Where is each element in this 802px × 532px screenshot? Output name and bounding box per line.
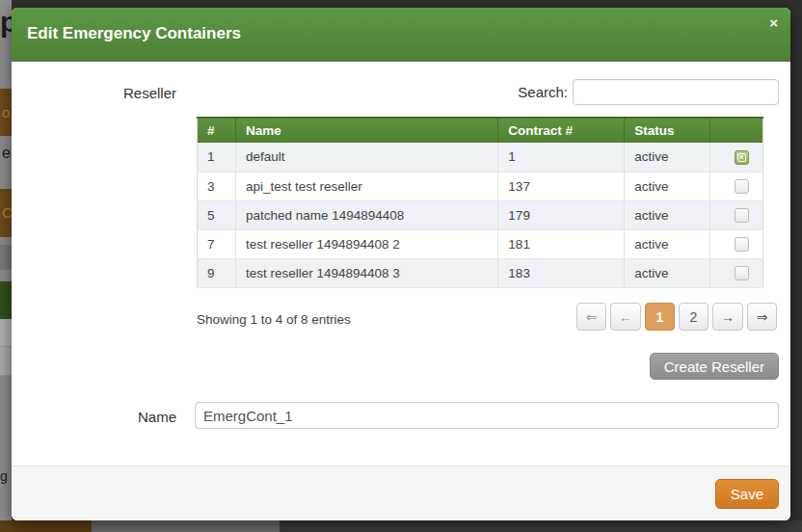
background-row-fragment — [0, 347, 12, 376]
table-cell-id: 1 — [198, 143, 236, 172]
row-checkbox-checked[interactable]: × — [735, 150, 749, 165]
row-checkbox-unchecked[interactable] — [735, 266, 749, 280]
column-header-name[interactable]: Name — [235, 118, 497, 143]
search-label: Search: — [518, 84, 568, 100]
table-row[interactable]: 3api_test test reseller137active — [198, 172, 763, 200]
table-cell-contract: 181 — [498, 229, 625, 258]
table-row[interactable]: 7test reseller 1494894408 2181active — [198, 229, 763, 258]
modal-body: Reseller Search: # Name Contract # Statu… — [12, 62, 790, 466]
table-cell-status: active — [625, 200, 710, 229]
table-cell-name: patched name 1494894408 — [235, 200, 497, 229]
screen: p o e C g Edit Emergency Containers × Re… — [0, 0, 802, 532]
pagination-next-button[interactable]: → — [712, 303, 743, 331]
background-orange-button-fragment: C — [0, 189, 12, 237]
table-row[interactable]: 1default1active× — [198, 143, 763, 172]
name-input[interactable] — [195, 402, 779, 429]
background-bottom-strip — [0, 520, 802, 532]
row-checkbox-unchecked[interactable] — [735, 237, 749, 252]
table-cell-name: default — [235, 143, 497, 172]
background-orange-button-fragment: o — [0, 89, 12, 136]
reseller-table-header: # Name Contract # Status — [198, 118, 763, 143]
row-checkbox-unchecked[interactable] — [735, 208, 749, 223]
background-bar-fragment — [92, 520, 280, 532]
table-cell-contract: 183 — [498, 258, 625, 287]
reseller-table: # Name Contract # Status 1default1active… — [197, 117, 763, 288]
table-cell-id: 3 — [198, 172, 236, 200]
column-header-select — [710, 118, 763, 143]
pagination-prev-button[interactable]: ← — [610, 303, 641, 331]
table-cell-id: 9 — [198, 258, 236, 287]
column-header-id[interactable]: # — [198, 118, 236, 143]
table-cell-contract: 179 — [498, 200, 625, 229]
modal-header: Edit Emergency Containers × — [12, 8, 790, 62]
showing-entries-text: Showing 1 to 4 of 8 entries — [197, 312, 351, 327]
save-button[interactable]: Save — [715, 479, 779, 509]
pagination-page-2-button[interactable]: 2 — [679, 303, 708, 331]
table-row[interactable]: 5patched name 1494894408179active — [198, 200, 763, 229]
table-cell-name: api_test test reseller — [235, 172, 497, 200]
background-page-sliver: p o e C g — [0, 0, 12, 520]
column-header-contract[interactable]: Contract # — [498, 118, 625, 143]
search-field-group: Search: — [518, 79, 779, 105]
table-cell-id: 7 — [198, 229, 236, 258]
modal-footer: Save — [12, 466, 790, 520]
pagination: ⇐ ← 1 2 → ⇒ — [576, 303, 777, 331]
name-label: Name — [27, 409, 176, 425]
table-cell-status: active — [625, 258, 710, 287]
table-cell-id: 5 — [198, 200, 236, 229]
background-text-fragment: p — [0, 6, 12, 39]
background-bar-fragment — [0, 245, 12, 270]
search-input[interactable] — [573, 79, 779, 105]
pagination-page-1-button[interactable]: 1 — [645, 303, 675, 331]
pagination-last-button[interactable]: ⇒ — [747, 303, 777, 331]
close-icon[interactable]: × — [769, 15, 778, 30]
table-cell-contract: 137 — [498, 172, 625, 200]
background-text-fragment: e — [2, 145, 11, 162]
table-cell-status: active — [625, 229, 710, 258]
table-cell-select — [710, 229, 763, 258]
row-checkbox-unchecked[interactable] — [735, 179, 749, 194]
background-text-fragment: g — [0, 468, 8, 484]
column-header-status[interactable]: Status — [625, 118, 710, 143]
pagination-first-button[interactable]: ⇐ — [576, 303, 606, 331]
table-cell-name: test reseller 1494894408 3 — [235, 258, 497, 287]
table-row[interactable]: 9test reseller 1494894408 3183active — [198, 258, 763, 287]
table-cell-name: test reseller 1494894408 2 — [235, 229, 497, 258]
edit-emergency-containers-modal: Edit Emergency Containers × Reseller Sea… — [12, 8, 790, 520]
background-table-header-fragment — [0, 281, 12, 319]
table-cell-status: active — [625, 172, 710, 200]
table-cell-select — [710, 258, 763, 287]
checkbox-check-icon: × — [737, 153, 746, 162]
background-brown-bar-fragment — [0, 520, 92, 532]
modal-title: Edit Emergency Containers — [27, 24, 241, 43]
reseller-label: Reseller — [27, 85, 176, 101]
background-row-fragment — [0, 319, 12, 347]
table-cell-contract: 1 — [498, 143, 625, 172]
table-cell-select — [710, 172, 763, 200]
table-cell-status: active — [625, 143, 710, 172]
table-cell-select: × — [710, 143, 763, 172]
create-reseller-button[interactable]: Create Reseller — [650, 353, 779, 380]
reseller-table-body: 1default1active×3api_test test reseller1… — [198, 143, 763, 287]
table-cell-select — [710, 200, 763, 229]
